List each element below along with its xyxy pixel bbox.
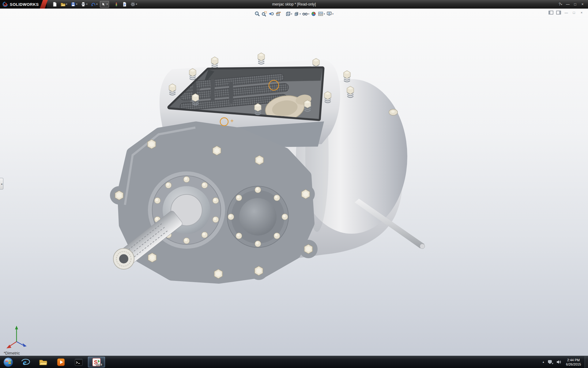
show-display-pane-button[interactable]	[556, 10, 561, 15]
select-button[interactable]: ▾	[100, 1, 109, 8]
section-view-icon	[276, 11, 281, 17]
taskbar-solidworks-button[interactable]: S 2015	[88, 357, 105, 367]
display-style-button[interactable]: ▾	[293, 10, 301, 17]
edit-appearance-button[interactable]	[310, 10, 317, 17]
network-tray-button[interactable]	[548, 360, 553, 364]
zoom-to-area-icon	[262, 11, 267, 17]
print-button[interactable]: ▾	[80, 1, 89, 8]
file-properties-icon	[122, 2, 127, 7]
show-desktop-button[interactable]	[585, 356, 588, 368]
start-button[interactable]	[0, 356, 17, 368]
undo-dropdown-caret[interactable]: ▾	[96, 3, 98, 6]
volume-icon	[556, 360, 561, 364]
command-prompt-icon	[74, 358, 83, 366]
taskbar-clock[interactable]: 2:44 PM 6/26/2015	[565, 358, 582, 366]
file-explorer-icon	[39, 358, 48, 367]
titlebar: SOLIDWORKS ▾ ▾ ▾	[0, 0, 588, 9]
file-properties-button[interactable]	[121, 1, 128, 8]
network-icon	[548, 360, 553, 364]
minimize-button[interactable]: —	[564, 1, 571, 7]
system-tray: ▲ 2:44 PM 6/26/2015	[540, 356, 585, 368]
taskbar-media-player-button[interactable]	[52, 357, 70, 367]
rebuild-button[interactable]	[113, 1, 120, 8]
display-style-caret[interactable]: ▾	[300, 13, 301, 15]
taskbar-command-prompt-button[interactable]	[70, 357, 87, 367]
pane-left-icon	[548, 10, 553, 15]
undo-icon	[91, 2, 96, 7]
hide-show-caret[interactable]: ▾	[308, 13, 309, 15]
section-view-button[interactable]	[275, 10, 282, 17]
view-orientation-cube-icon	[285, 11, 291, 17]
heads-up-view-toolbar: ▾ ▾ ▾	[254, 10, 334, 17]
brand-name: SOLIDWORKS	[10, 2, 39, 7]
maximize-button[interactable]: □	[571, 1, 579, 7]
model-side-cover	[227, 186, 288, 247]
document-restore-button[interactable]: □	[571, 10, 577, 15]
save-dropdown-caret[interactable]: ▾	[76, 3, 77, 6]
panel-handle-arrow-icon: ◀	[1, 183, 2, 185]
document-minimize-button[interactable]: —	[564, 10, 569, 15]
display-style-icon	[294, 11, 299, 17]
previous-view-button[interactable]	[268, 10, 275, 17]
graphics-viewport[interactable]: ▾ ▾ ▾	[0, 9, 588, 356]
help-dropdown-caret[interactable]: ▾	[561, 3, 562, 6]
hide-show-items-button[interactable]: ▾	[302, 10, 310, 17]
document-close-button[interactable]: ×	[579, 10, 584, 15]
view-orientation-caret[interactable]: ▾	[291, 13, 292, 15]
print-icon	[81, 2, 86, 7]
solidworks-logo: SOLIDWORKS	[0, 0, 47, 9]
windows-taskbar: e S	[0, 356, 588, 368]
solidworks-version-badge: 2015	[96, 363, 102, 366]
close-button[interactable]: ×	[579, 1, 586, 7]
previous-view-icon	[269, 11, 274, 17]
media-player-icon	[57, 358, 65, 366]
open-button[interactable]: ▾	[59, 1, 69, 8]
reference-triad	[4, 324, 31, 350]
new-document-button[interactable]	[51, 1, 58, 8]
window-controls: ? ▾ — □ ×	[557, 1, 588, 7]
clock-date: 6/26/2015	[566, 362, 581, 366]
options-button[interactable]: ▾	[129, 1, 138, 8]
new-document-icon	[52, 2, 57, 7]
3ds-logo-icon	[2, 2, 8, 7]
taskbar-internet-explorer-button[interactable]: e	[17, 357, 34, 367]
print-dropdown-caret[interactable]: ▾	[86, 3, 88, 6]
view-settings-icon	[326, 11, 332, 17]
windows-start-orb-icon	[3, 357, 13, 367]
save-button[interactable]: ▾	[70, 1, 79, 8]
apply-scene-caret[interactable]: ▾	[324, 13, 325, 15]
model-gearbox-assembly[interactable]	[110, 53, 425, 283]
hide-show-glasses-icon	[302, 11, 308, 17]
undo-button[interactable]: ▾	[90, 1, 99, 8]
options-dropdown-caret[interactable]: ▾	[136, 3, 137, 6]
logo-accent	[40, 0, 47, 9]
select-dropdown-caret[interactable]: ▾	[107, 3, 108, 6]
apply-scene-icon	[318, 11, 323, 17]
show-featuremanager-pane-button[interactable]	[548, 10, 554, 15]
standard-toolbar: ▾ ▾ ▾ ▾	[51, 1, 138, 8]
open-dropdown-caret[interactable]: ▾	[66, 3, 67, 6]
taskbar-file-explorer-button[interactable]	[35, 357, 52, 367]
zoom-to-area-button[interactable]	[261, 10, 268, 17]
featuremanager-panel-handle[interactable]: ◀	[0, 178, 3, 190]
show-hidden-icons-button[interactable]: ▲	[542, 361, 545, 363]
window-title: menjac sklop * [Read-only]	[272, 2, 316, 6]
volume-tray-button[interactable]	[556, 360, 561, 364]
open-icon	[61, 2, 66, 7]
model-canvas[interactable]	[0, 9, 588, 356]
view-orientation-button[interactable]: ▾	[285, 10, 293, 17]
pane-right-icon	[556, 10, 561, 15]
view-settings-button[interactable]: ▾	[326, 10, 334, 17]
help-icon: ?	[559, 2, 561, 6]
apply-scene-button[interactable]: ▾	[317, 10, 326, 17]
zoom-to-fit-button[interactable]	[254, 10, 261, 17]
view-settings-caret[interactable]: ▾	[332, 13, 334, 15]
document-window-controls: — □ ×	[548, 10, 584, 15]
select-cursor-icon	[101, 2, 106, 7]
help-button[interactable]: ? ▾	[557, 1, 564, 7]
zoom-to-fit-icon	[254, 11, 260, 17]
rebuild-traffic-light-icon	[114, 2, 119, 7]
model-rear-plug	[389, 109, 398, 115]
options-gear-icon	[130, 2, 135, 7]
save-icon	[71, 2, 76, 7]
